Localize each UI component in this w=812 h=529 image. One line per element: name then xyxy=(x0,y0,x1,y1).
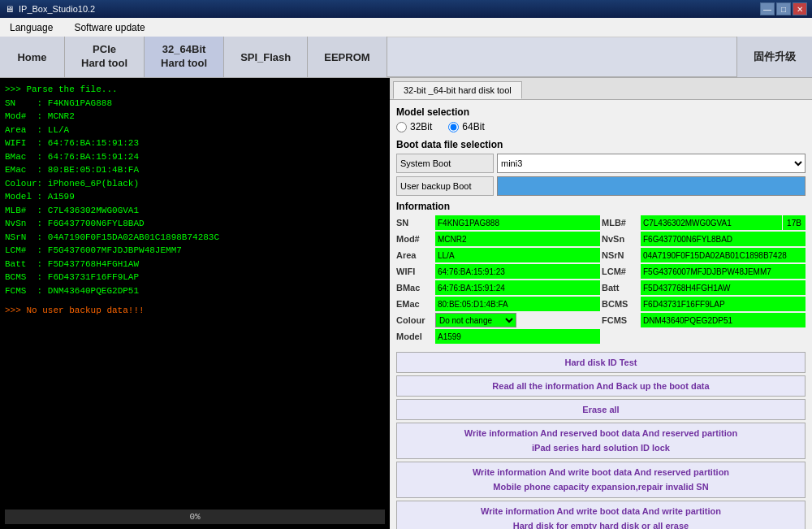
close-button[interactable]: ✕ xyxy=(793,2,807,15)
info-row-colour: Colour Do not change xyxy=(396,313,600,327)
info-row-batt: Batt F5D437768H4FGH1AW xyxy=(602,280,806,295)
information-label: Information xyxy=(396,201,806,212)
right-panel: 32-bit _64-bit hard disk tool Model sele… xyxy=(390,78,812,529)
panel-content: Model selection 32Bit 64Bit Boot data fi… xyxy=(390,100,812,529)
colour-select[interactable]: Do not change xyxy=(435,313,516,327)
terminal-emac: EMac : 80:BE:05:D1:4B:FA xyxy=(5,163,385,177)
toolbar-home[interactable]: Home xyxy=(0,37,65,77)
minimize-button[interactable]: — xyxy=(760,2,775,15)
radio-64bit-input[interactable] xyxy=(448,122,459,132)
system-boot-label: System Boot xyxy=(396,154,494,173)
radio-64bit[interactable]: 64Bit xyxy=(448,121,484,132)
terminal-model: Model : A1599 xyxy=(5,190,385,204)
info-row-sn: SN F4KNG1PAG888 xyxy=(396,215,600,230)
write-mobile-button[interactable]: Write information And write boot data An… xyxy=(396,462,806,498)
info-row-area: Area LL/A xyxy=(396,248,600,262)
terminal-lcm: LCM# : F5G4376007MFJDJBPW48JEMM7 xyxy=(5,244,385,258)
info-row-nsrn: NSrN 04A7190F0F15DA02AB01C1898B7428 xyxy=(602,248,806,262)
mlb-badge: 17B xyxy=(783,215,806,230)
boot-data-label: Boot data file selection xyxy=(396,139,806,150)
terminal-batt: Batt : F5D437768H4FGH1AW xyxy=(5,258,385,271)
info-row-fcms: FCMS DNM43640PQEG2DP51 xyxy=(602,313,806,327)
maximize-button[interactable]: □ xyxy=(776,2,791,15)
radio-32bit[interactable]: 32Bit xyxy=(396,121,432,132)
system-boot-row: System Boot mini3 xyxy=(396,154,806,173)
terminal-fcms: FCMS : DNM43640PQEG2DP51 xyxy=(5,284,385,298)
info-row-bmac: BMac 64:76:BA:15:91:24 xyxy=(396,280,600,295)
info-right-col: MLB# C7L436302MWG0GVA1 17B NvSn F6G43770… xyxy=(602,215,806,345)
info-row-wifi: WIFI 64:76:BA:15:91:23 xyxy=(396,264,600,279)
user-backup-boot-select[interactable] xyxy=(497,176,806,196)
terminal-nsrn: NSrN : 04A7190F0F15DA02AB01C1898B74283C xyxy=(5,231,385,245)
menu-language[interactable]: Language xyxy=(3,20,59,35)
terminal-header: >>> Parse the file... xyxy=(5,83,385,97)
terminal-panel: >>> Parse the file... SN : F4KNG1PAG888 … xyxy=(0,78,390,529)
read-backup-button[interactable]: Read all the information And Back up the… xyxy=(396,375,806,397)
info-row-nvsn: NvSn F6G437700N6FYL8BAD xyxy=(602,232,806,246)
user-backup-boot-label: User backup Boot xyxy=(396,176,494,196)
terminal-bcms: BCMS : F6D43731F16FF9LAP xyxy=(5,271,385,284)
toolbar: Home PCIe Hard tool 32_64Bit Hard tool S… xyxy=(0,37,812,78)
model-selection-label: Model selection xyxy=(396,106,806,118)
terminal-mlb: MLB# : C7L436302MWG0GVA1 xyxy=(5,204,385,218)
tab-harddisk[interactable]: 32-bit _64-bit hard disk tool xyxy=(393,81,522,99)
info-row-bcms: BCMS F6D43731F16FF9LAP xyxy=(602,297,806,311)
terminal-area: Area : LL/A xyxy=(5,124,385,137)
hard-disk-test-button[interactable]: Hard disk ID Test xyxy=(396,352,806,373)
toolbar-pcie[interactable]: PCIe Hard tool xyxy=(65,37,145,77)
system-boot-select[interactable]: mini3 xyxy=(497,154,806,173)
terminal-mod: Mod# : MCNR2 xyxy=(5,110,385,124)
terminal-colour: Colour: iPhone6_6P(black) xyxy=(5,177,385,191)
terminal-nvsn: NvSn : F6G437700N6FYL8BAD xyxy=(5,217,385,231)
radio-32bit-input[interactable] xyxy=(396,122,407,132)
terminal-wifi: WIFI : 64:76:BA:15:91:23 xyxy=(5,137,385,150)
app-icon: 🖥 xyxy=(5,4,14,14)
menu-bar: Language Software update xyxy=(0,18,812,37)
info-left-col: SN F4KNG1PAG888 Mod# MCNR2 Area LL/A WIF… xyxy=(396,215,600,345)
terminal-sn: SN : F4KNG1PAG888 xyxy=(5,97,385,111)
title-bar: 🖥 IP_Box_Studio10.2 — □ ✕ xyxy=(0,0,812,18)
toolbar-eeprom[interactable]: EEPROM xyxy=(308,37,387,77)
model-selection-group: 32Bit 64Bit xyxy=(396,121,806,132)
info-row-mlb: MLB# C7L436302MWG0GVA1 17B xyxy=(602,215,806,230)
info-row-mod: Mod# MCNR2 xyxy=(396,232,600,246)
info-row-lcm: LCM# F5G4376007MFJDJBPW48JEMM7 xyxy=(602,264,806,279)
user-backup-boot-row: User backup Boot xyxy=(396,176,806,196)
toolbar-firmware[interactable]: 固件升级 xyxy=(736,37,812,77)
info-row-emac: EMac 80:BE:05:D1:4B:FA xyxy=(396,297,600,311)
window-controls: — □ ✕ xyxy=(760,2,807,15)
info-row-model: Model A1599 xyxy=(396,329,600,344)
terminal-bmac: BMac : 64:76:BA:15:91:24 xyxy=(5,150,385,164)
app-title: IP_Box_Studio10.2 xyxy=(19,4,95,14)
main-content: >>> Parse the file... SN : F4KNG1PAG888 … xyxy=(0,78,812,529)
write-harddisk-button[interactable]: Write information And write boot data An… xyxy=(396,501,806,529)
terminal-footer: 0% xyxy=(5,509,385,524)
toolbar-spi-flash[interactable]: SPI_Flash xyxy=(224,37,308,77)
write-ipad-button[interactable]: Write information And reserved boot data… xyxy=(396,423,806,459)
menu-software-update[interactable]: Software update xyxy=(67,20,151,35)
tab-bar: 32-bit _64-bit hard disk tool xyxy=(390,78,812,100)
info-grid-container: SN F4KNG1PAG888 Mod# MCNR2 Area LL/A WIF… xyxy=(396,215,806,345)
terminal-warning: >>> No user backup data!!! xyxy=(5,304,385,318)
toolbar-32-64bit[interactable]: 32_64Bit Hard tool xyxy=(145,37,224,77)
erase-all-button[interactable]: Erase all xyxy=(396,399,806,420)
